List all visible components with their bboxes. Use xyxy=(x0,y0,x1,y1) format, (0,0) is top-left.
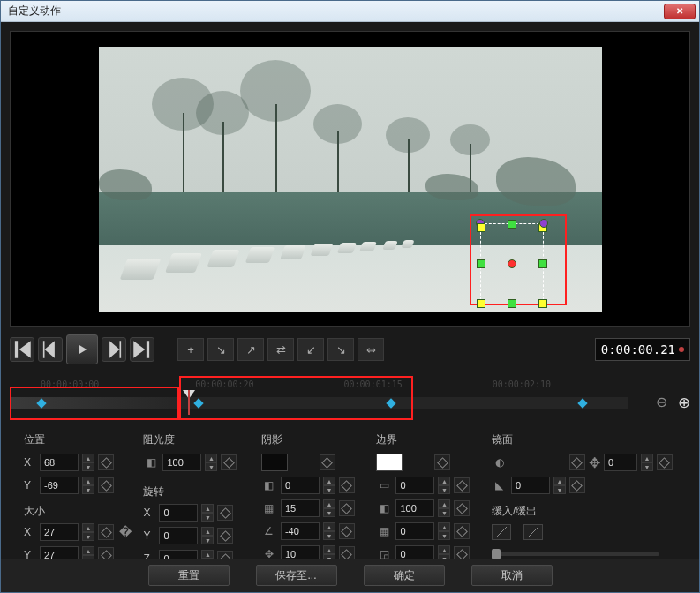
mirror-fade-icon: ◣ xyxy=(492,479,508,492)
rotation-y-spinner[interactable]: ▲▼ xyxy=(201,527,214,544)
ok-button[interactable]: 确定 xyxy=(364,565,445,586)
keyframe-toggle[interactable] xyxy=(454,523,470,539)
zoom-in-button[interactable]: ⊕ xyxy=(678,394,690,412)
footer: 重置 保存至... 确定 取消 xyxy=(1,559,699,592)
keyframe-toggle[interactable] xyxy=(339,523,355,539)
distribute-button[interactable]: ⇔ xyxy=(358,338,384,361)
shadow-color-swatch[interactable] xyxy=(261,454,288,471)
keyframe-toggle[interactable] xyxy=(454,477,470,493)
swap-keyframe-button[interactable]: ⇄ xyxy=(267,338,294,361)
shadow-blur-icon: ▦ xyxy=(261,502,277,514)
properties-panel: 位置 X 68 ▲▼ Y -69 ▲▼ 大小 X 27 ▲▼ xyxy=(10,432,690,568)
reset-button[interactable]: 重置 xyxy=(148,565,230,586)
ease-header: 缓入/缓出 xyxy=(492,504,676,519)
x-label: X xyxy=(24,526,36,538)
y-label: Y xyxy=(24,479,36,492)
opacity-input[interactable]: 100 xyxy=(162,454,201,471)
position-x-spinner[interactable]: ▲▼ xyxy=(82,454,94,471)
cancel-button[interactable]: 取消 xyxy=(471,565,553,586)
shadow-v1-input[interactable]: 0 xyxy=(281,477,320,494)
keyframe-toggle[interactable] xyxy=(657,454,673,470)
rotation-x-spinner[interactable]: ▲▼ xyxy=(201,504,214,522)
next-frame-button[interactable] xyxy=(102,337,126,362)
reverse-keyframe-button[interactable]: ↗ xyxy=(237,338,264,361)
border-header: 边界 xyxy=(376,432,485,447)
border-v1-input[interactable]: 0 xyxy=(395,477,434,494)
rotation-x-input[interactable]: 0 xyxy=(159,504,198,522)
timeline-track[interactable] xyxy=(10,397,628,409)
border-width-icon: ▭ xyxy=(376,479,392,492)
window-title: 自定义动作 xyxy=(8,4,664,19)
opacity-header: 阻光度 xyxy=(143,432,255,447)
border-v3-input[interactable]: 0 xyxy=(395,522,434,540)
mirror-enable-icon: ◐ xyxy=(492,456,508,469)
add-keyframe-button[interactable]: + xyxy=(177,338,204,361)
go-end-button[interactable] xyxy=(130,337,154,362)
opacity-spinner[interactable]: ▲▼ xyxy=(205,454,217,471)
selection-box[interactable] xyxy=(480,223,544,304)
shadow-v3-input[interactable]: -40 xyxy=(281,522,320,540)
keyframe-toggle[interactable] xyxy=(221,454,237,470)
keyframe-toggle[interactable] xyxy=(98,454,114,470)
timecode-value: 0:00:00.21 xyxy=(601,342,675,357)
rotation-header: 旋转 xyxy=(143,484,255,499)
ease-in-button[interactable] xyxy=(492,524,511,540)
position-header: 位置 xyxy=(24,432,138,447)
ease-slider[interactable] xyxy=(492,552,659,556)
size-header: 大小 xyxy=(24,504,138,519)
shadow-header: 阴影 xyxy=(261,432,371,447)
keyframe-toggle[interactable] xyxy=(98,524,114,540)
record-indicator-icon xyxy=(679,347,684,352)
size-x-input[interactable]: 27 xyxy=(40,523,79,541)
position-x-input[interactable]: 68 xyxy=(40,454,79,471)
keyframe-toggle[interactable] xyxy=(339,500,355,516)
keyframe-toggle[interactable] xyxy=(569,454,585,470)
tick-label: 00:00:00:00 xyxy=(41,379,99,389)
save-as-button[interactable]: 保存至... xyxy=(256,565,337,586)
preview-area[interactable] xyxy=(10,31,690,327)
zoom-out-button[interactable]: ⊖ xyxy=(656,394,667,412)
rotation-y-input[interactable]: 0 xyxy=(159,527,198,544)
timecode-display[interactable]: 0:00:00.21 xyxy=(595,338,690,361)
keyframe-toggle[interactable] xyxy=(454,500,470,516)
border-color-swatch[interactable] xyxy=(376,454,403,471)
play-button[interactable] xyxy=(66,334,98,364)
tick-label: 00:00:01:15 xyxy=(344,379,403,389)
keyframe-marker[interactable] xyxy=(194,398,204,408)
move-right-button[interactable]: ↘ xyxy=(327,338,354,361)
position-y-input[interactable]: -69 xyxy=(40,477,79,494)
link-icon[interactable]: �︎ xyxy=(119,525,132,539)
border-v2-input[interactable]: 100 xyxy=(395,499,434,517)
keyframe-toggle[interactable] xyxy=(320,454,335,470)
keyframe-toggle[interactable] xyxy=(98,477,114,493)
go-start-button[interactable] xyxy=(10,337,34,362)
keyframe-toggle[interactable] xyxy=(217,528,233,544)
mirror-header: 镜面 xyxy=(492,432,676,447)
keyframe-marker[interactable] xyxy=(386,398,395,408)
mirror-v1-input[interactable]: 0 xyxy=(604,454,637,471)
close-button[interactable]: ✕ xyxy=(664,4,696,19)
timeline[interactable]: 00:00:00:00 00:00:00:20 00:00:01:15 00:0… xyxy=(10,376,690,418)
shadow-angle-icon: ∠ xyxy=(261,525,277,537)
x-label: X xyxy=(24,456,36,469)
x-label: X xyxy=(143,507,155,519)
keyframe-marker[interactable] xyxy=(577,398,587,408)
playhead[interactable] xyxy=(183,390,195,399)
keyframe-toggle[interactable] xyxy=(339,477,355,493)
mirror-v2-input[interactable]: 0 xyxy=(511,477,550,494)
position-y-spinner[interactable]: ▲▼ xyxy=(82,477,94,494)
playback-controls: + ↘ ↗ ⇄ ↙ ↘ ⇔ 0:00:00.21 xyxy=(10,332,690,367)
move-cross-icon[interactable]: ✥ xyxy=(589,454,600,471)
ease-out-button[interactable] xyxy=(523,524,543,540)
remove-keyframe-button[interactable]: ↘ xyxy=(207,338,234,361)
keyframe-toggle[interactable] xyxy=(217,505,233,521)
shadow-v2-input[interactable]: 15 xyxy=(281,499,320,517)
keyframe-toggle[interactable] xyxy=(434,454,450,470)
size-x-spinner[interactable]: ▲▼ xyxy=(82,523,94,541)
keyframe-toggle[interactable] xyxy=(569,477,585,493)
tick-label: 00:00:02:10 xyxy=(493,379,551,389)
shadow-opacity-icon: ◧ xyxy=(261,479,277,492)
custom-motion-dialog: 自定义动作 ✕ xyxy=(0,0,700,593)
move-left-button[interactable]: ↙ xyxy=(297,338,324,361)
prev-frame-button[interactable] xyxy=(38,337,63,362)
